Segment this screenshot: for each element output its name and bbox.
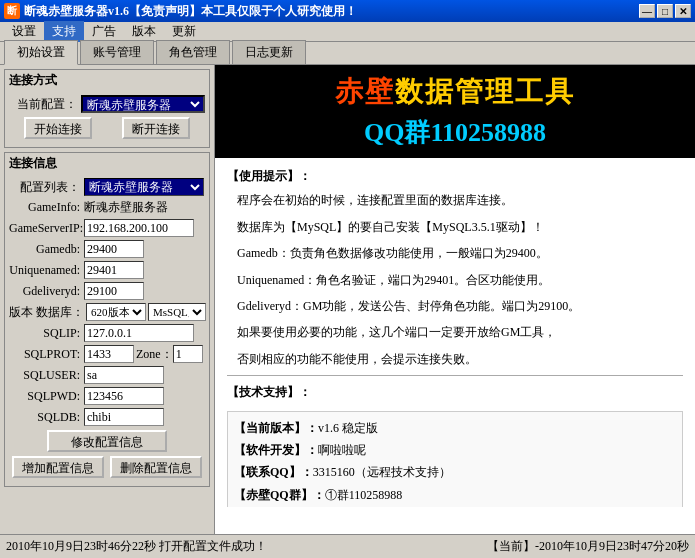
connect-config-select[interactable]: 断魂赤壁服务器 xyxy=(81,95,205,113)
support-title: 【技术支持】： xyxy=(227,382,683,402)
gdeliveryd-label: Gdeliveryd: xyxy=(9,284,84,299)
maximize-button[interactable]: □ xyxy=(657,4,673,18)
uniquenamed-row: Uniquenamed: xyxy=(9,261,205,279)
stop-connect-button[interactable]: 断开连接 xyxy=(122,117,190,139)
gameinfo-label: GameInfo: xyxy=(9,200,84,215)
info-section-title: 连接信息 xyxy=(5,153,209,174)
info-section: 连接信息 配置列表： 断魂赤壁服务器 GameInfo: 断魂赤壁服务器 Gam… xyxy=(4,152,210,487)
title-part1: 赤壁 xyxy=(335,76,395,107)
tip-para2: 数据库为【MySQL】的要自己安装【MySQL3.5.1驱动】！ xyxy=(237,217,683,237)
start-connect-button[interactable]: 开始连接 xyxy=(24,117,92,139)
add-delete-btn-row: 增加配置信息 删除配置信息 xyxy=(9,456,205,478)
close-button[interactable]: ✕ xyxy=(675,4,691,18)
gameserverip-label: GameServerIP: xyxy=(9,221,84,236)
tab-role-mgmt[interactable]: 角色管理 xyxy=(156,40,230,64)
menu-settings[interactable]: 设置 xyxy=(4,21,44,42)
left-panel: 连接方式 当前配置： 断魂赤壁服务器 开始连接 断开连接 连接信息 xyxy=(0,65,215,534)
tip-para6: 如果要使用必要的功能，这几个端口一定要开放给GM工具， xyxy=(237,322,683,342)
right-panel: 赤壁数据管理工具 QQ群110258988 【使用提示】： 程序会在初始的时候，… xyxy=(215,65,695,534)
sqluser-label: SQLUSER: xyxy=(9,368,84,383)
right-header: 赤壁数据管理工具 QQ群110258988 xyxy=(215,65,695,158)
tip-para1: 程序会在初始的时候，连接配置里面的数据库连接。 xyxy=(237,190,683,210)
tab-log-update[interactable]: 日志更新 xyxy=(232,40,306,64)
config-list-select[interactable]: 断魂赤壁服务器 xyxy=(84,178,204,196)
connect-section: 连接方式 当前配置： 断魂赤壁服务器 开始连接 断开连接 xyxy=(4,69,210,148)
db-type-select[interactable]: MsSQL库 MySQL库 xyxy=(148,303,206,321)
db-version-label: 版本 数据库： xyxy=(9,304,84,321)
status-left-text: 2010年10月9日23时46分22秒 打开配置文件成功！ xyxy=(6,538,487,555)
menu-version[interactable]: 版本 xyxy=(124,21,164,42)
right-body: 【使用提示】： 程序会在初始的时候，连接配置里面的数据库连接。 数据库为【MyS… xyxy=(215,158,695,507)
menu-support[interactable]: 支持 xyxy=(44,21,84,42)
app-icon: 断 xyxy=(4,3,20,19)
gamedb-label: Gamedb: xyxy=(9,242,84,257)
zone-label: Zone： xyxy=(136,346,173,363)
tab-bar: 初始设置 账号管理 角色管理 日志更新 xyxy=(0,42,695,64)
gdeliveryd-row: Gdeliveryd: xyxy=(9,282,205,300)
current-config-row: 当前配置： 断魂赤壁服务器 xyxy=(9,95,205,113)
gameinfo-row: GameInfo: 断魂赤壁服务器 xyxy=(9,199,205,216)
tab-account-mgmt[interactable]: 账号管理 xyxy=(80,40,154,64)
support-qq-row: 【联系QQ】：3315160（远程技术支持） xyxy=(234,462,676,482)
current-config-label: 当前配置： xyxy=(9,96,81,113)
window-buttons: — □ ✕ xyxy=(639,4,691,18)
title-text: 断魂赤壁服务器v1.6【免责声明】本工具仅限于个人研究使用！ xyxy=(24,3,639,20)
menu-bar: 设置 支持 广告 版本 更新 xyxy=(0,22,695,42)
sqlprot-label: SQLPROT: xyxy=(9,347,84,362)
config-list-row: 配置列表： 断魂赤壁服务器 xyxy=(9,178,205,196)
sqlprot-row: SQLPROT: Zone： xyxy=(9,345,205,363)
gameinfo-value: 断魂赤壁服务器 xyxy=(84,199,205,216)
title-part2: 数据管理工具 xyxy=(395,76,575,107)
divider xyxy=(227,375,683,376)
support-chibi-qq-row: 【赤壁QQ群】：①群110258988 xyxy=(234,485,676,505)
sqlpwd-input[interactable] xyxy=(84,387,164,405)
sqlpwd-row: SQLPWD: xyxy=(9,387,205,405)
tip-para5: Gdeliveryd：GM功能，发送公告、封停角色功能。端口为29100。 xyxy=(237,296,683,316)
delete-config-button[interactable]: 删除配置信息 xyxy=(110,456,202,478)
menu-ads[interactable]: 广告 xyxy=(84,21,124,42)
modify-config-button[interactable]: 修改配置信息 xyxy=(47,430,167,452)
connect-section-title: 连接方式 xyxy=(5,70,209,91)
support-dev-row: 【软件开发】：啊啦啦呢 xyxy=(234,440,676,460)
connect-btn-row: 开始连接 断开连接 xyxy=(9,117,205,139)
sqldb-input[interactable] xyxy=(84,408,164,426)
sqldb-row: SQLDB: xyxy=(9,408,205,426)
qq-line: QQ群110258988 xyxy=(225,115,685,150)
tip-para4: Uniquenamed：角色名验证，端口为29401。合区功能使用。 xyxy=(237,270,683,290)
right-title: 赤壁数据管理工具 xyxy=(225,73,685,111)
gameserverip-row: GameServerIP: xyxy=(9,219,205,237)
gameserverip-input[interactable] xyxy=(84,219,194,237)
add-config-button[interactable]: 增加配置信息 xyxy=(12,456,104,478)
connect-section-body: 当前配置： 断魂赤壁服务器 开始连接 断开连接 xyxy=(5,91,209,147)
sqlip-row: SQLIP: xyxy=(9,324,205,342)
uniquenamed-input[interactable] xyxy=(84,261,144,279)
gamedb-input[interactable] xyxy=(84,240,144,258)
zone-input[interactable] xyxy=(173,345,203,363)
sqldb-label: SQLDB: xyxy=(9,410,84,425)
minimize-button[interactable]: — xyxy=(639,4,655,18)
db-version-row: 版本 数据库： 620版本 519版本 MsSQL库 MySQL库 xyxy=(9,303,205,321)
tip-para7: 否则相应的功能不能使用，会提示连接失败。 xyxy=(237,349,683,369)
sqluser-row: SQLUSER: xyxy=(9,366,205,384)
support-version-row: 【当前版本】：v1.6 稳定版 xyxy=(234,418,676,438)
title-bar: 断 断魂赤壁服务器v1.6【免责声明】本工具仅限于个人研究使用！ — □ ✕ xyxy=(0,0,695,22)
gamedb-row: Gamedb: xyxy=(9,240,205,258)
uniquenamed-label: Uniquenamed: xyxy=(9,263,84,278)
usage-tips-title: 【使用提示】： xyxy=(227,166,683,186)
sqluser-input[interactable] xyxy=(84,366,164,384)
status-right-text: 【当前】-2010年10月9日23时47分20秒 xyxy=(487,538,689,555)
sqlip-input[interactable] xyxy=(84,324,194,342)
menu-update[interactable]: 更新 xyxy=(164,21,204,42)
sqlip-label: SQLIP: xyxy=(9,326,84,341)
config-list-label: 配置列表： xyxy=(9,179,84,196)
tip-para3: Gamedb：负责角色数据修改功能使用，一般端口为29400。 xyxy=(237,243,683,263)
version-select[interactable]: 620版本 519版本 xyxy=(86,303,146,321)
sqlprot-input[interactable] xyxy=(84,345,134,363)
status-bar: 2010年10月9日23时46分22秒 打开配置文件成功！ 【当前】-2010年… xyxy=(0,534,695,558)
tab-initial-setup[interactable]: 初始设置 xyxy=(4,40,78,65)
info-section-body: 配置列表： 断魂赤壁服务器 GameInfo: 断魂赤壁服务器 GameServ… xyxy=(5,174,209,486)
support-block: 【当前版本】：v1.6 稳定版 【软件开发】：啊啦啦呢 【联系QQ】：33151… xyxy=(227,411,683,507)
gdeliveryd-input[interactable] xyxy=(84,282,144,300)
main-content: 连接方式 当前配置： 断魂赤壁服务器 开始连接 断开连接 连接信息 xyxy=(0,64,695,534)
sqlpwd-label: SQLPWD: xyxy=(9,389,84,404)
